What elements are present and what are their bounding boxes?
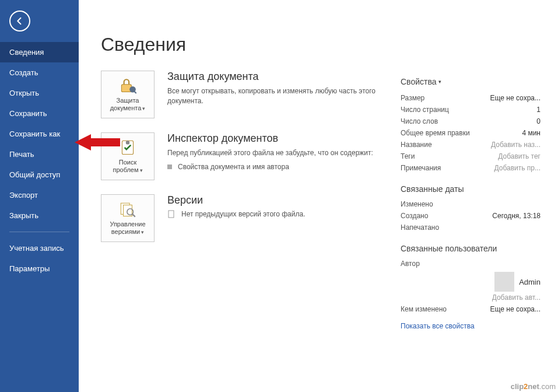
property-label: Теги (401, 152, 415, 160)
date-row: СозданоСегодня, 13:18 (401, 210, 541, 222)
property-label: Название (401, 141, 432, 149)
property-value[interactable]: Добавить тег (498, 152, 541, 160)
date-label: Изменено (401, 200, 433, 208)
related-users-header: Связанные пользователи (401, 244, 541, 253)
versions-icon (118, 201, 138, 218)
dates-list: ИзмененоСозданоСегодня, 13:18Напечатано (401, 198, 541, 233)
date-value: Сегодня, 13:18 (492, 212, 541, 220)
property-label: Примечания (401, 164, 441, 172)
property-value: Еще не сохра... (490, 94, 541, 102)
nav-new[interactable]: Создать (0, 62, 79, 83)
property-row: Число страниц1 (401, 104, 541, 116)
properties-panel: Свойства ▾ РазмерЕще не сохра...Число ст… (401, 77, 541, 331)
back-arrow-icon (15, 16, 25, 26)
nav-close[interactable]: Закрыть (0, 205, 79, 226)
changed-by-value: Еще не сохра... (490, 305, 541, 313)
property-row: Число слов0 (401, 116, 541, 127)
property-label: Размер (401, 94, 424, 102)
tile-protect-label: Защита документа (110, 97, 142, 111)
property-row: ПримечанияДобавить пр... (401, 162, 541, 174)
back-button[interactable] (9, 10, 30, 32)
lock-icon (118, 77, 138, 94)
inspect-title: Инспектор документов (167, 132, 373, 145)
nav-save-as[interactable]: Сохранить как (0, 124, 79, 144)
section-inspect-body: Инспектор документов Перед публикацией э… (167, 132, 373, 171)
svg-rect-9 (169, 211, 174, 218)
svg-point-4 (126, 141, 129, 145)
property-row: РазмерЕще не сохра... (401, 92, 541, 104)
section-protect-body: Защита документа Все могут открывать, ко… (167, 71, 377, 106)
chevron-down-icon: ▾ (140, 167, 143, 173)
nav-save[interactable]: Сохранить (0, 103, 79, 124)
property-label: Число слов (401, 117, 438, 125)
nav-share[interactable]: Общий доступ (0, 164, 79, 185)
author-label-row: Автор (401, 258, 541, 270)
nav-export[interactable]: Экспорт (0, 185, 79, 205)
inspect-icon (118, 139, 138, 156)
nav-list: Сведения Создать Открыть Сохранить Сохра… (0, 42, 79, 279)
properties-list: РазмерЕще не сохра...Число страниц1Число… (401, 92, 541, 174)
date-label: Напечатано (401, 223, 439, 232)
nav-separator (9, 232, 69, 232)
nav-account[interactable]: Учетная запись (0, 238, 79, 258)
inspect-bullet: Свойства документа и имя автора (178, 163, 289, 171)
properties-header-label: Свойства (401, 77, 436, 86)
protect-title: Защита документа (167, 71, 377, 83)
bullet-icon (167, 164, 172, 169)
versions-title: Версии (167, 194, 306, 206)
nav-options[interactable]: Параметры (0, 258, 79, 279)
author-name: Admin (519, 278, 541, 286)
tile-protect-document[interactable]: Защита документа▾ (101, 71, 155, 118)
changed-by-label: Кем изменено (401, 305, 447, 313)
property-value: 4 мин (522, 129, 541, 137)
property-value: 0 (536, 117, 541, 125)
property-row: ТегиДобавить тег (401, 150, 541, 162)
tile-inspect-label: Поиск проблем (113, 159, 138, 173)
nav-open[interactable]: Открыть (0, 83, 79, 103)
protect-desc: Все могут открывать, копировать и изменя… (167, 86, 377, 106)
document-icon (167, 210, 176, 218)
author-label: Автор (401, 260, 420, 268)
watermark: clip2net.com (511, 382, 556, 391)
tile-versions-label: Управление версиями (110, 220, 145, 235)
property-value: 1 (536, 106, 541, 114)
svg-line-8 (133, 215, 135, 217)
property-value[interactable]: Добавить наз... (491, 141, 541, 149)
inspect-bullet-row: Свойства документа и имя автора (167, 163, 373, 171)
chevron-down-icon: ▾ (438, 79, 441, 85)
property-row: Общее время правки4 мин (401, 127, 541, 139)
page-title: Сведения (101, 34, 542, 55)
add-author[interactable]: Добавить авт... (492, 293, 541, 302)
versions-none: Нет предыдущих версий этого файла. (181, 210, 306, 218)
related-dates-header: Связанные даты (401, 184, 541, 194)
property-row: НазваниеДобавить наз... (401, 139, 541, 150)
date-row: Изменено (401, 198, 541, 210)
nav-info[interactable]: Сведения (0, 42, 79, 62)
chevron-down-icon: ▾ (142, 106, 145, 111)
content-area: Сведения Защита документа▾ Защита докуме… (79, 0, 558, 392)
date-row: Напечатано (401, 222, 541, 233)
tile-check-issues[interactable]: Поиск проблем▾ (101, 132, 155, 180)
property-label: Число страниц (401, 106, 449, 114)
date-label: Создано (401, 212, 428, 220)
backstage-sidebar: Сведения Создать Открыть Сохранить Сохра… (0, 0, 79, 392)
author-row: Admin (401, 272, 541, 292)
show-all-properties-link[interactable]: Показать все свойства (401, 322, 475, 330)
author-avatar-icon (494, 272, 514, 292)
changed-by-row: Кем изменено Еще не сохра... (401, 303, 541, 315)
property-value[interactable]: Добавить пр... (494, 164, 541, 172)
inspect-desc: Перед публикацией этого файла не забудьт… (167, 148, 373, 158)
chevron-down-icon: ▾ (141, 229, 144, 235)
properties-header[interactable]: Свойства ▾ (401, 77, 541, 86)
section-versions-body: Версии Нет предыдущих версий этого файла… (167, 194, 306, 218)
nav-print[interactable]: Печать (0, 144, 79, 164)
property-label: Общее время правки (401, 129, 470, 137)
tile-manage-versions[interactable]: Управление версиями▾ (101, 194, 155, 242)
add-author-row[interactable]: Добавить авт... (401, 292, 541, 303)
versions-none-row: Нет предыдущих версий этого файла. (167, 210, 306, 218)
